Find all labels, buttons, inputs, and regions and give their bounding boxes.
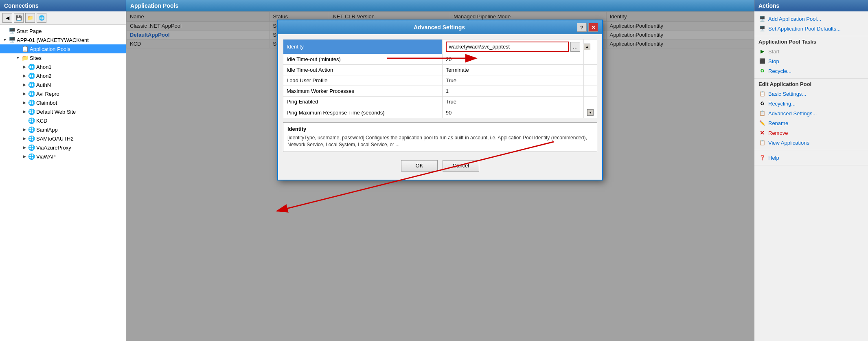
action-item-basic-settings[interactable]: 📋 Basic Settings... xyxy=(758,89,864,99)
action-item-advanced-settings[interactable]: 📋 Advanced Settings... xyxy=(758,108,864,118)
action-item-recycling[interactable]: ♻ Recycling... xyxy=(758,99,864,108)
main-layout: Connections ◀ 💾 📁 🌐 🖥️ Start Page ▼ 🖥️ A… xyxy=(0,0,868,341)
expand-icon-appools xyxy=(15,46,21,52)
settings-key-idle-action: Idle Time-out Action xyxy=(283,65,443,75)
close-button[interactable]: ✕ xyxy=(588,23,598,32)
start-page-icon: 🖥️ xyxy=(8,27,15,35)
action-section-add: 🖥️ Add Application Pool... 🖥️ Set Applic… xyxy=(754,11,868,36)
edit-section-title: Edit Application Pool xyxy=(758,81,864,87)
description-title: Identity xyxy=(287,126,593,132)
action-item-recycle[interactable]: ♻ Recycle... xyxy=(758,66,864,76)
expand-samtooauth2: ▶ xyxy=(21,135,28,142)
tree-item-app01[interactable]: ▼ 🖥️ APP-01 (WACKETYWACK\ent xyxy=(0,35,126,44)
action-item-add-app-pool[interactable]: 🖥️ Add Application Pool... xyxy=(758,14,864,24)
tree-item-samlapp[interactable]: ▶ 🌐 SamlApp xyxy=(0,125,126,134)
tree-item-sites[interactable]: ▼ 📁 Sites xyxy=(0,53,126,62)
right-panel: Actions 🖥️ Add Application Pool... 🖥️ Se… xyxy=(754,0,868,341)
modal-body: Identity … xyxy=(278,34,602,180)
help-icon: ❓ xyxy=(758,154,766,161)
action-item-start[interactable]: ▶ Start xyxy=(758,46,864,56)
tree-label-sites: Sites xyxy=(30,55,42,61)
action-item-stop[interactable]: ⬛ Stop xyxy=(758,56,864,66)
settings-row-idle-action[interactable]: Idle Time-out Action Terminate xyxy=(283,65,597,75)
rename-link[interactable]: Rename xyxy=(768,120,788,126)
tree-item-viaazureproxy[interactable]: ▶ 🌐 ViaAzureProxy xyxy=(0,143,126,152)
kcd-icon: 🌐 xyxy=(28,117,35,124)
settings-row-max-workers[interactable]: Maximum Worker Processes 1 xyxy=(283,86,597,97)
back-button[interactable]: ◀ xyxy=(2,13,12,23)
tree-label-start-page: Start Page xyxy=(17,28,42,34)
settings-row-ping-response[interactable]: Ping Maximum Response Time (seconds) 90 … xyxy=(283,107,597,118)
settings-row-ping-enabled[interactable]: Ping Enabled True xyxy=(283,97,597,107)
settings-row-load-profile[interactable]: Load User Profile True xyxy=(283,75,597,86)
cancel-button[interactable]: Cancel xyxy=(443,160,479,172)
start-icon: ▶ xyxy=(758,48,766,55)
tree-item-default-web-site[interactable]: ▶ 🌐 Default Web Site xyxy=(0,107,126,116)
scroll-down-button[interactable]: ▼ xyxy=(587,109,594,116)
tree-item-start-page[interactable]: 🖥️ Start Page xyxy=(0,26,126,35)
view-applications-link[interactable]: View Applications xyxy=(768,140,809,146)
tree-item-kcd[interactable]: 🌐 KCD xyxy=(0,116,126,125)
tree-item-ahon1[interactable]: ▶ 🌐 Ahon1 xyxy=(0,62,126,71)
tree-label-viaazureproxy: ViaAzureProxy xyxy=(36,145,71,151)
app-pool-header: Application Pools xyxy=(126,0,754,11)
description-box: Identity [identityType, username, passwo… xyxy=(283,122,597,152)
settings-row-idle-timeout[interactable]: Idle Time-out (minutes) 20 xyxy=(283,54,597,65)
open-button[interactable]: 📁 xyxy=(25,13,35,23)
tree-label-ahon2: Ahon2 xyxy=(36,73,52,79)
recycling-link[interactable]: Recycling... xyxy=(768,101,796,107)
expand-icon xyxy=(2,28,8,34)
authn-icon: 🌐 xyxy=(28,81,35,88)
expand-claimbot: ▶ xyxy=(21,99,28,106)
tree-label-samtooauth2: SAMtoOAUTH2 xyxy=(36,136,74,142)
expand-ahon1: ▶ xyxy=(21,64,28,70)
identity-value-cell: … xyxy=(446,42,580,52)
basic-settings-link[interactable]: Basic Settings... xyxy=(768,91,806,97)
settings-scroll-6 xyxy=(584,97,597,107)
ahon1-icon: 🌐 xyxy=(28,63,35,70)
action-section-help: ❓ Help xyxy=(754,150,868,165)
recycling-icon: ♻ xyxy=(758,100,766,107)
help-link[interactable]: Help xyxy=(768,155,779,161)
tasks-section-title: Application Pool Tasks xyxy=(758,39,864,45)
action-item-set-defaults[interactable]: 🖥️ Set Application Pool Defaults... xyxy=(758,24,864,33)
save-button[interactable]: 💾 xyxy=(14,13,24,23)
app01-icon: 🖥️ xyxy=(8,36,15,44)
scroll-up-cell: ▲ xyxy=(584,40,597,54)
tree-item-ahon2[interactable]: ▶ 🌐 Ahon2 xyxy=(0,71,126,80)
settings-row-identity[interactable]: Identity … xyxy=(283,40,597,54)
modal-title: Advanced Settings xyxy=(414,24,465,31)
tree-item-claimbot[interactable]: ▶ 🌐 Claimbot xyxy=(0,98,126,107)
tree-item-application-pools[interactable]: 📋 Application Pools xyxy=(0,44,126,53)
advanced-settings-link[interactable]: Advanced Settings... xyxy=(768,110,817,117)
globe-button[interactable]: 🌐 xyxy=(37,13,46,23)
claimbot-icon: 🌐 xyxy=(28,99,35,106)
help-button[interactable]: ? xyxy=(577,23,587,32)
tree-item-samtooauth2[interactable]: ▶ 🌐 SAMtoOAUTH2 xyxy=(0,134,126,143)
add-app-pool-link[interactable]: Add Application Pool... xyxy=(768,16,821,22)
browse-button[interactable]: … xyxy=(570,42,580,52)
expand-dws: ▶ xyxy=(21,108,28,115)
settings-value-ping-enabled: True xyxy=(442,97,583,107)
scroll-up-button[interactable]: ▲ xyxy=(584,44,590,50)
expand-icon-sites: ▼ xyxy=(15,55,21,61)
settings-value-identity: … xyxy=(442,40,583,54)
tree-item-avi-repro[interactable]: ▶ 🌐 Avi Repro xyxy=(0,89,126,98)
set-defaults-link[interactable]: Set Application Pool Defaults... xyxy=(768,26,841,32)
recycle-link[interactable]: Recycle... xyxy=(768,68,791,74)
action-item-help[interactable]: ❓ Help xyxy=(758,153,864,163)
tree-item-viawap[interactable]: ▶ 🌐 ViaWAP xyxy=(0,152,126,161)
action-item-remove[interactable]: ✕ Remove xyxy=(758,128,864,138)
ahon2-icon: 🌐 xyxy=(28,72,35,79)
action-section-edit: Edit Application Pool 📋 Basic Settings..… xyxy=(754,79,868,150)
action-item-view-applications[interactable]: 📋 View Applications xyxy=(758,138,864,147)
identity-input[interactable] xyxy=(446,42,569,52)
advanced-settings-dialog: Advanced Settings ? ✕ Identity xyxy=(277,20,603,180)
ok-button[interactable]: OK xyxy=(401,160,438,172)
tree-label-authn: AuthN xyxy=(36,82,51,88)
tree-item-authn[interactable]: ▶ 🌐 AuthN xyxy=(0,80,126,89)
action-item-rename[interactable]: ✏️ Rename xyxy=(758,118,864,128)
remove-link[interactable]: Remove xyxy=(768,130,788,136)
stop-link[interactable]: Stop xyxy=(768,58,779,64)
expand-samlapp: ▶ xyxy=(21,126,28,133)
